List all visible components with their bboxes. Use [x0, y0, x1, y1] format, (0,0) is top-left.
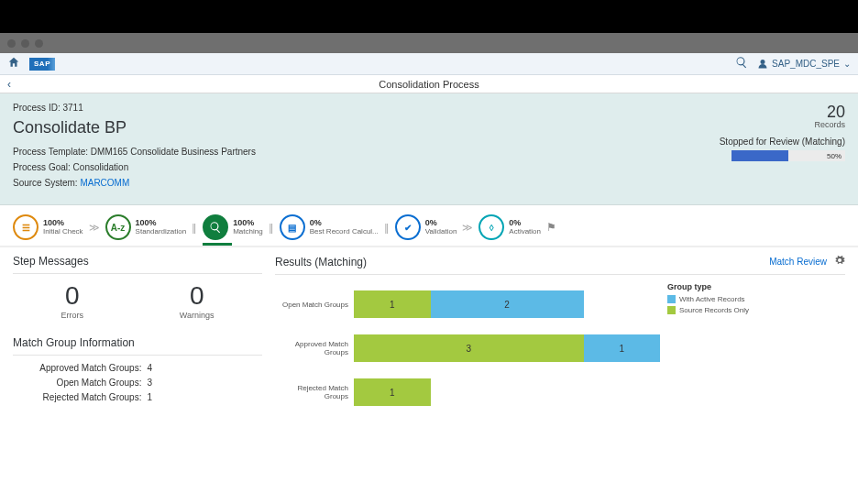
process-status: Stopped for Review (Matching)	[720, 137, 845, 147]
traffic-light-min[interactable]	[21, 39, 29, 48]
results-chart: Open Match Groups 12 Approved Match Grou…	[275, 282, 660, 414]
flag-icon: ⚑	[546, 221, 556, 234]
legend-title: Group type	[667, 282, 770, 291]
back-button[interactable]: ‹	[0, 78, 18, 91]
search-icon[interactable]	[735, 56, 748, 72]
traffic-light-close[interactable]	[7, 39, 16, 48]
records-count: 20	[720, 103, 845, 122]
step-matching[interactable]: 100%Matching	[203, 214, 262, 240]
open-groups-row: Open Match Groups:3	[13, 378, 262, 388]
results-title: Results (Matching)	[275, 256, 367, 268]
chevron-icon: ≫	[462, 222, 473, 234]
progress-bar: 50%	[732, 150, 845, 161]
bar-label-rejected: Rejected Match Groups	[275, 384, 354, 400]
match-review-link[interactable]: Match Review	[769, 257, 827, 267]
document-icon: ▤	[280, 214, 305, 240]
user-menu[interactable]: SAP_MDC_SPE ⌄	[757, 59, 851, 70]
step-best-record[interactable]: ▤ 0%Best Record Calcul...	[280, 214, 379, 240]
pause-icon: ‖	[192, 222, 197, 234]
warnings-label: Warnings	[180, 311, 214, 320]
step-messages-title: Step Messages	[13, 255, 262, 274]
step-validation[interactable]: ✔ 0%Validation	[395, 214, 457, 240]
source-system-link[interactable]: MARCOMM	[80, 178, 129, 188]
user-name: SAP_MDC_SPE	[772, 59, 840, 69]
traffic-light-max[interactable]	[35, 39, 43, 48]
warnings-count: 0	[180, 281, 214, 311]
pause-icon: ‖	[269, 222, 274, 234]
bulb-icon: ◊	[478, 214, 504, 240]
bar-label-approved: Approved Match Groups	[275, 340, 354, 356]
shell-bar: SAP SAP_MDC_SPE ⌄	[0, 53, 858, 75]
sap-logo[interactable]: SAP	[29, 58, 55, 71]
source-row: Source System: MARCOMM	[13, 178, 845, 188]
bar-label-open: Open Match Groups	[275, 301, 354, 309]
step-initial-check[interactable]: ☰ 100%Initial Check	[13, 214, 83, 240]
records-label: Records	[720, 120, 845, 129]
bar-seg[interactable]: 1	[354, 290, 431, 318]
home-icon[interactable]	[7, 56, 20, 72]
results-title-bar: Results (Matching) Match Review	[275, 255, 845, 275]
clipboard-icon: ☰	[13, 214, 38, 240]
errors-label: Errors	[60, 311, 83, 320]
window-titlebar	[0, 33, 858, 53]
chevron-down-icon: ⌄	[843, 59, 851, 69]
bar-seg[interactable]: 1	[354, 378, 431, 406]
chevron-icon: ≫	[89, 222, 100, 234]
object-header: Process ID: 3711 Consolidate BP Process …	[0, 93, 858, 205]
az-icon: A-z	[105, 214, 131, 240]
legend-source: Source Records Only	[667, 306, 770, 314]
legend-active: With Active Records	[667, 295, 770, 303]
bar-seg[interactable]: 1	[584, 334, 661, 362]
approved-groups-row: Approved Match Groups:4	[13, 363, 262, 373]
step-standardization[interactable]: A-z 100%Standardization	[105, 214, 187, 240]
process-steps: ☰ 100%Initial Check ≫ A-z 100%Standardiz…	[0, 205, 858, 247]
check-icon: ✔	[395, 214, 421, 240]
bar-seg[interactable]: 2	[431, 290, 584, 318]
search-icon	[203, 214, 228, 240]
rejected-groups-row: Rejected Match Groups:1	[13, 392, 262, 402]
pause-icon: ‖	[384, 222, 390, 234]
gear-icon[interactable]	[834, 255, 845, 268]
page-subheader: ‹ Consolidation Process	[0, 75, 858, 93]
page-title: Consolidation Process	[379, 79, 478, 90]
match-group-info-title: Match Group Information	[13, 336, 262, 356]
chart-legend: Group type With Active Records Source Re…	[660, 282, 770, 414]
errors-count: 0	[60, 281, 83, 311]
progress-pct: 50%	[827, 152, 842, 160]
step-activation[interactable]: ◊ 0%Activation	[478, 214, 541, 240]
bar-seg[interactable]: 3	[354, 334, 584, 362]
